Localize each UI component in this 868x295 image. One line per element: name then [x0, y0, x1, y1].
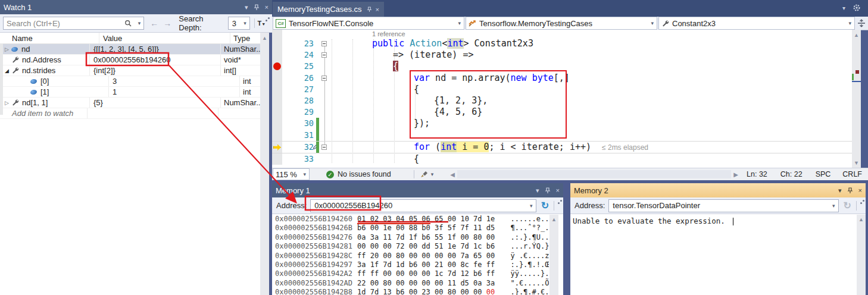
breakpoint-margin[interactable] — [272, 95, 282, 106]
refresh-icon[interactable]: ↻ — [541, 200, 549, 211]
memory1-title-bar[interactable]: Memory 1 ▾ × — [272, 183, 563, 197]
scroll-up-icon[interactable]: ▲ — [549, 215, 558, 222]
scroll-up-icon[interactable]: ▲ — [260, 33, 269, 41]
collapse-box-icon[interactable] — [321, 76, 327, 81]
split-editor-icon[interactable] — [857, 19, 866, 27]
code-text[interactable]: { — [330, 61, 852, 72]
outlining-margin[interactable] — [320, 49, 330, 61]
pin-icon[interactable] — [545, 187, 551, 194]
outlining-margin[interactable] — [320, 73, 330, 84]
scroll-up-icon[interactable]: ▲ — [852, 30, 861, 38]
code-line-32[interactable]: 32for (int i = 0; i < iterate; i++)≤ 2ms… — [272, 141, 852, 153]
code-line-23[interactable]: 23public Action<int> Constant2x3 — [272, 38, 852, 49]
breakpoint-icon[interactable] — [273, 62, 281, 70]
outlining-margin[interactable] — [320, 38, 330, 49]
health-check-icon[interactable]: ✓ — [326, 171, 334, 178]
watch-grid-header[interactable]: Name Value Type — [0, 33, 260, 44]
memory-row[interactable]: 0x000002556B19426Bb6 00 1e 00 88 b0 3f 5… — [272, 224, 549, 233]
tab-memorytestingcases[interactable]: MemoryTestingCases.cs × — [273, 2, 384, 17]
code-text[interactable]: => (iterate) => — [330, 49, 852, 61]
code-cleanup-dropdown-icon[interactable]: ▾ — [431, 171, 434, 177]
breakpoint-margin[interactable] — [272, 153, 282, 165]
breakpoint-margin[interactable] — [272, 61, 282, 72]
breakpoint-margin[interactable] — [272, 106, 282, 118]
memory-row[interactable]: 0x000002556B19428Cff 20 00 80 00 00 00 0… — [272, 252, 549, 261]
code-text[interactable]: public Action<int> Constant2x3 — [330, 38, 852, 49]
column-header-name[interactable]: Name — [0, 33, 99, 43]
memory2-address-input[interactable]: tensor.TensorDataPointer ▾ — [608, 199, 838, 212]
breakpoint-margin[interactable] — [272, 73, 282, 84]
memory-row[interactable]: 0x000002556B19428100 00 00 72 00 dd 51 1… — [272, 242, 549, 251]
code-text[interactable]: for (int i = 0; i < iterate; i++)≤ 2ms e… — [330, 142, 852, 153]
pin-icon[interactable] — [847, 187, 853, 194]
memory1-address-input[interactable]: 0x000002556B194260 ▾ — [310, 199, 536, 212]
watch-row[interactable]: [1]1int — [0, 87, 260, 98]
memory-row[interactable]: 0x000002556B1942760a 3a 11 7d 1f b6 55 1… — [272, 233, 549, 242]
breakpoint-margin[interactable] — [272, 49, 282, 61]
toolbar-overflow-icon[interactable] — [558, 202, 560, 204]
breakpoint-margin[interactable] — [272, 38, 282, 49]
tab-pin-icon[interactable] — [367, 7, 372, 12]
outlining-margin[interactable] — [320, 95, 330, 106]
code-text[interactable]: }); — [330, 118, 852, 129]
memory1-hex-dump[interactable]: 0x000002556B19426001 02 03 04 05 06 65 0… — [272, 215, 549, 295]
outlining-margin[interactable] — [320, 153, 330, 165]
window-menu-icon[interactable]: ▾ — [838, 187, 842, 194]
perf-tip[interactable]: ≤ 2ms elapsed — [602, 143, 648, 152]
tabstrip-dropdown-icon[interactable]: ▾ — [842, 5, 845, 11]
hscroll-left-icon[interactable]: ◀ — [450, 171, 455, 178]
format-specifier-icon[interactable]: T▼ — [258, 20, 266, 27]
search-depth-select[interactable]: 3 ▾ — [228, 17, 250, 30]
window-menu-icon[interactable]: ▾ — [536, 187, 539, 194]
pin-icon[interactable] — [254, 4, 260, 11]
memory2-title-bar[interactable]: Memory 2 ▾ × — [570, 183, 866, 197]
memory2-message-area[interactable]: Unable to evaluate the expression. — [570, 215, 856, 295]
refresh-icon-disabled[interactable]: ↻ — [844, 200, 851, 211]
expander-expanded-icon[interactable]: ◢ — [2, 68, 11, 74]
breakpoint-margin[interactable] — [272, 118, 282, 129]
memory-row[interactable]: 0x000002556B19426001 02 03 04 05 06 65 0… — [272, 215, 549, 224]
search-dropdown-icon[interactable]: ▾ — [135, 20, 144, 26]
code-line-33[interactable]: 33{ — [272, 153, 852, 165]
breakpoint-margin[interactable] — [272, 142, 282, 153]
breakpoint-margin[interactable] — [272, 130, 282, 141]
search-input[interactable]: Search (Ctrl+E) ▾ — [3, 17, 144, 30]
memory-row[interactable]: 0x000002556B1942B81d 7d 13 b6 00 23 00 8… — [272, 288, 549, 295]
memory-row[interactable]: 0x000002556B1942A2ff ff 00 00 00 00 1c 7… — [272, 269, 549, 278]
expander-collapsed-icon[interactable]: ▷ — [2, 100, 11, 106]
editor-body[interactable]: 1 reference23public Action<int> Constant… — [272, 30, 852, 168]
scroll-up-icon[interactable]: ▲ — [857, 215, 866, 222]
toolbar-overflow-icon[interactable] — [266, 20, 267, 21]
watch-scrollbar[interactable]: ▲ — [260, 33, 269, 295]
watch-row[interactable]: ◢nd.strides{int[2]}int[] — [0, 65, 260, 76]
code-text[interactable]: {4, 5, 6} — [330, 106, 852, 118]
expander-collapsed-icon[interactable]: ▷ — [2, 46, 11, 52]
toolbar-overflow-icon[interactable] — [860, 202, 862, 204]
tab-close-icon[interactable]: × — [376, 6, 379, 13]
outlining-margin[interactable] — [320, 142, 330, 153]
issues-label[interactable]: No issues found — [338, 170, 391, 178]
column-header-value[interactable]: Value — [99, 33, 230, 43]
outlining-margin[interactable] — [320, 106, 330, 118]
window-menu-icon[interactable]: ▾ — [245, 4, 248, 11]
memory-row[interactable]: 0x000002556B1942973a 1f 7d 1d b6 00 21 0… — [272, 261, 549, 269]
watch-row[interactable]: nd.Address0x000002556b194260void* — [0, 55, 260, 65]
search-forward-icon[interactable]: → — [163, 18, 171, 28]
code-text[interactable]: { — [330, 84, 852, 95]
zoom-select[interactable]: 115 %▾ — [273, 168, 310, 180]
nav-project-dropdown[interactable]: C# TensorFlowNET.Console ▾ — [273, 17, 464, 30]
code-text[interactable] — [330, 130, 852, 141]
watch-add-row[interactable]: Add item to watch — [0, 108, 260, 119]
editor-vscrollbar[interactable]: ▲ ▼ — [852, 30, 861, 168]
codelens-references[interactable]: 1 reference — [330, 30, 852, 38]
memory2-scrollbar[interactable]: ▲ — [857, 215, 866, 295]
code-cleanup-broom-icon[interactable] — [420, 171, 429, 178]
code-text[interactable]: { — [330, 153, 852, 165]
hscroll-right-icon[interactable]: ▶ — [733, 171, 738, 178]
memory-row[interactable]: 0x000002556B1942AD22 00 80 00 00 00 00 1… — [272, 279, 549, 288]
outlining-margin[interactable] — [320, 61, 330, 72]
watch-title-bar[interactable]: Watch 1 ▾ × — [0, 0, 272, 14]
scroll-down-icon[interactable]: ▼ — [852, 160, 861, 166]
code-text[interactable]: var nd = np.array(new byte[,] — [330, 73, 852, 84]
outlining-margin[interactable] — [320, 130, 330, 141]
